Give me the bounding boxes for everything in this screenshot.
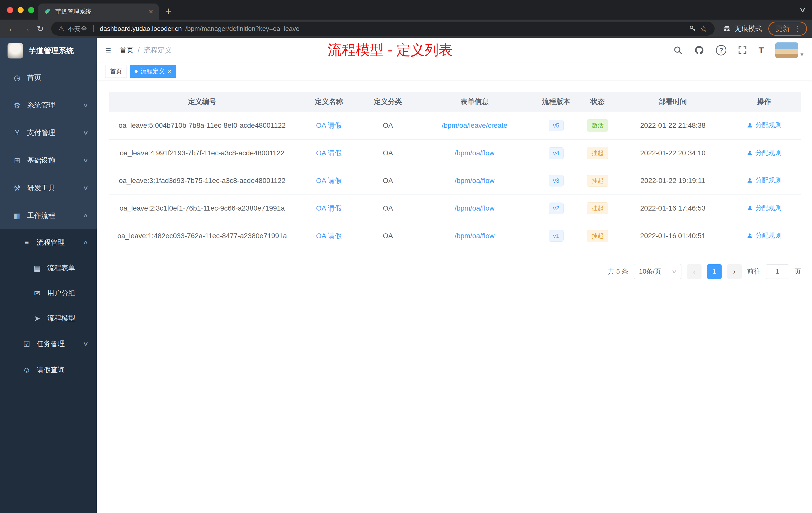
- search-icon[interactable]: [673, 46, 683, 55]
- window-controls: [7, 7, 34, 13]
- window-close-button[interactable]: [7, 7, 13, 13]
- tag-home[interactable]: 首页: [105, 65, 127, 78]
- new-tab-button[interactable]: +: [165, 6, 172, 17]
- reload-icon[interactable]: ↻: [33, 24, 47, 34]
- page-size-select[interactable]: 10条/页 ∨: [634, 264, 682, 279]
- browser-tab[interactable]: 芋道管理系统 ×: [38, 3, 159, 20]
- assign-rule-link[interactable]: 分配规则: [747, 121, 782, 129]
- sidebar-item-dev-tools[interactable]: ⚒ 研发工具 ∨: [0, 174, 97, 202]
- person-icon: [747, 205, 753, 211]
- form-info-link[interactable]: /bpm/oa/flow: [455, 177, 495, 184]
- assign-rule-label: 分配规则: [755, 148, 782, 157]
- breadcrumb-home[interactable]: 首页: [119, 46, 134, 55]
- definition-id: oa_leave:2:3c1f0ef1-76b1-11ec-9c66-a2380…: [119, 204, 285, 212]
- definition-name-link[interactable]: OA 请假: [316, 121, 342, 129]
- address-bar[interactable]: ⚠ 不安全 dashboard.yudao.iocoder.cn /bpm/ma…: [51, 22, 715, 36]
- incognito-label: 无痕模式: [735, 24, 762, 33]
- tools-icon: ⚒: [11, 184, 23, 192]
- sidebar-item-label: 工作流程: [27, 211, 55, 220]
- tag-process-definition[interactable]: 流程定义 ×: [130, 65, 176, 78]
- tag-close-icon[interactable]: ×: [168, 68, 172, 74]
- definition-name-link[interactable]: OA 请假: [316, 232, 342, 240]
- gear-icon: ⚙: [11, 101, 23, 110]
- app-window: 芋道管理系统 ◷ 首页 ⚙ 系统管理 ∨ ¥ 支付管理 ∨ ⊞ 基础设施 ∨: [0, 38, 812, 513]
- assign-rule-link[interactable]: 分配规则: [747, 204, 782, 212]
- password-key-icon[interactable]: [689, 25, 696, 32]
- tag-label: 首页: [110, 67, 122, 75]
- chat-icon: ✉: [32, 289, 43, 298]
- fullscreen-icon[interactable]: [738, 46, 747, 55]
- back-icon[interactable]: ←: [5, 24, 19, 34]
- version-badge: v1: [549, 230, 563, 242]
- sidebar-item-label: 研发工具: [27, 183, 55, 193]
- column-header: 状态: [576, 92, 619, 112]
- browser-update-button[interactable]: 更新 ⋮: [768, 22, 807, 36]
- sidebar-submenu: ≡ 流程管理 ∧ ▤ 流程表单 ✉ 用户分组 ➤ 流程模型 ☑: [0, 230, 97, 383]
- table-row: oa_leave:4:991f2193-7b7f-11ec-a3c8-acde4…: [109, 139, 801, 167]
- sidebar-item-process-form[interactable]: ▤ 流程表单: [0, 255, 97, 280]
- pagination: 共 5 条 10条/页 ∨ ‹ 1 › 前往 页: [109, 264, 801, 279]
- sidebar-item-home[interactable]: ◷ 首页: [0, 64, 97, 91]
- browser-menu-icon[interactable]: ⋮: [794, 25, 801, 33]
- column-header: 定义分类: [363, 92, 413, 112]
- security-warning-icon: ⚠: [58, 25, 64, 33]
- form-info-link[interactable]: /bpm/oa/flow: [455, 232, 495, 240]
- collapse-sidebar-icon[interactable]: ≡: [105, 45, 111, 55]
- assign-rule-label: 分配规则: [755, 231, 782, 240]
- annotation-title: 流程模型 - 定义列表: [328, 41, 453, 60]
- sidebar-item-leave-query[interactable]: ☺ 请假查询: [0, 357, 97, 383]
- definition-category: OA: [383, 204, 393, 212]
- assign-rule-label: 分配规则: [755, 121, 782, 129]
- version-badge: v5: [549, 120, 563, 131]
- column-header: 定义名称: [295, 92, 363, 112]
- sidebar-item-label: 流程管理: [37, 238, 65, 247]
- page-number-button[interactable]: 1: [707, 264, 722, 279]
- sidebar-item-task-management[interactable]: ☑ 任务管理 ∨: [0, 331, 97, 357]
- user-menu[interactable]: ▾: [775, 42, 804, 58]
- sidebar-item-workflow[interactable]: ▦ 工作流程 ∧: [0, 202, 97, 230]
- form-info-link[interactable]: /bpm/oa/leave/create: [442, 121, 508, 129]
- sidebar-item-process-model[interactable]: ➤ 流程模型: [0, 306, 97, 331]
- bookmark-star-icon[interactable]: ☆: [700, 24, 707, 34]
- assign-rule-link[interactable]: 分配规则: [747, 148, 782, 157]
- form-info-link[interactable]: /bpm/oa/flow: [455, 204, 495, 212]
- column-header: 定义编号: [109, 92, 295, 112]
- assign-rule-label: 分配规则: [755, 176, 782, 185]
- next-page-button[interactable]: ›: [727, 264, 742, 279]
- tab-search-icon[interactable]: ∨: [799, 6, 806, 14]
- sidebar-item-user-group[interactable]: ✉ 用户分组: [0, 280, 97, 306]
- sidebar-item-payment-management[interactable]: ¥ 支付管理 ∨: [0, 119, 97, 147]
- yen-icon: ¥: [11, 128, 23, 137]
- person-icon: [747, 150, 753, 156]
- window-zoom-button[interactable]: [28, 7, 34, 13]
- column-header: 流程版本: [536, 92, 576, 112]
- person-icon: [747, 177, 753, 184]
- person-icon: [747, 233, 753, 239]
- definition-name-link[interactable]: OA 请假: [316, 177, 342, 184]
- incognito-badge: 无痕模式: [723, 24, 762, 33]
- definition-name-link[interactable]: OA 请假: [316, 149, 342, 157]
- sidebar-item-infrastructure[interactable]: ⊞ 基础设施 ∨: [0, 147, 97, 174]
- sidebar-item-system-management[interactable]: ⚙ 系统管理 ∨: [0, 91, 97, 119]
- sidebar-item-label: 首页: [27, 73, 41, 82]
- status-badge: 挂起: [587, 230, 608, 242]
- sidebar-item-label: 流程模型: [47, 313, 75, 323]
- status-badge: 激活: [587, 119, 608, 132]
- form-info-link[interactable]: /bpm/oa/flow: [455, 149, 495, 157]
- definition-name-link[interactable]: OA 请假: [316, 204, 342, 212]
- user-avatar[interactable]: [775, 42, 798, 58]
- help-icon[interactable]: ?: [716, 45, 726, 56]
- sidebar-item-process-management[interactable]: ≡ 流程管理 ∧: [0, 230, 97, 255]
- workflow-icon: ▦: [11, 211, 23, 220]
- font-size-icon[interactable]: T: [758, 46, 764, 55]
- assign-rule-link[interactable]: 分配规则: [747, 176, 782, 185]
- url-path: /bpm/manager/definition?key=oa_leave: [185, 25, 686, 33]
- chevron-down-icon: ∨: [83, 102, 89, 109]
- tab-close-icon[interactable]: ×: [149, 8, 153, 15]
- github-icon[interactable]: [694, 45, 704, 55]
- app-title: 芋道管理系统: [29, 46, 74, 56]
- deploy-time: 2022-01-22 19:19:11: [640, 177, 705, 184]
- goto-page-input[interactable]: [766, 264, 789, 279]
- assign-rule-link[interactable]: 分配规则: [747, 231, 782, 240]
- window-minimize-button[interactable]: [18, 7, 24, 13]
